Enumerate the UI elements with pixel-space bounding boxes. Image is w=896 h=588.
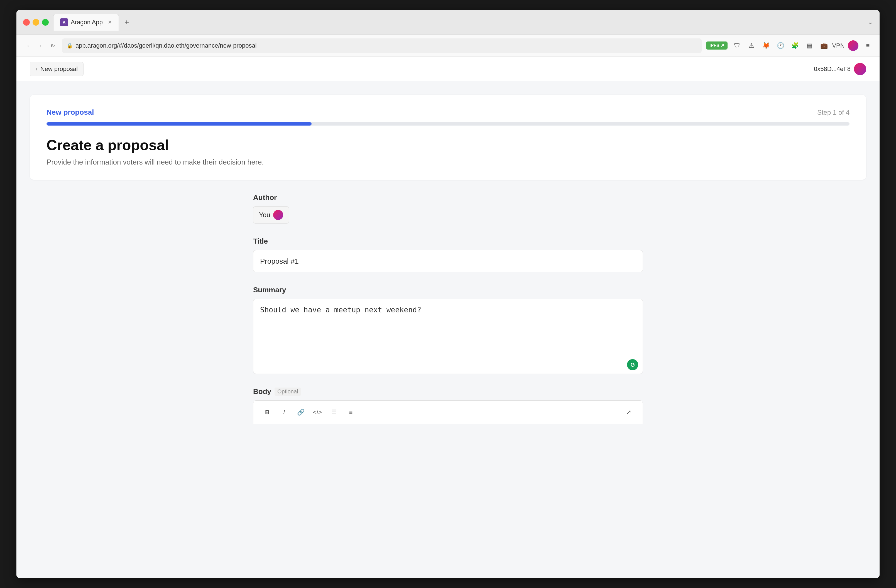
sidebar-extension-icon[interactable]: ▤: [805, 41, 814, 51]
body-section: Body Optional B I 🔗 </>: [253, 387, 643, 424]
unordered-list-icon: ≡: [349, 409, 353, 416]
nav-bar: ‹ › ↻ 🔒 app.aragon.org/#/daos/goerli/qn.…: [17, 35, 879, 57]
grammarly-icon: G: [627, 359, 638, 370]
vpn-extension-icon[interactable]: VPN: [834, 41, 843, 51]
browser-menu-btn[interactable]: ≡: [863, 41, 873, 51]
shield-extension-icon[interactable]: 🛡: [732, 41, 742, 51]
address-bar[interactable]: 🔒 app.aragon.org/#/daos/goerli/qn.dao.et…: [62, 38, 702, 53]
author-section: Author You: [253, 193, 643, 224]
tab-close-icon[interactable]: ✕: [108, 19, 112, 25]
step-label: Step 1 of 4: [817, 108, 849, 116]
tab-favicon: A: [60, 18, 68, 26]
alert-extension-icon[interactable]: ⚠: [747, 41, 756, 51]
author-chip: You: [253, 206, 289, 224]
page-title: Create a proposal: [47, 137, 849, 154]
ordered-list-button[interactable]: ☰: [327, 405, 341, 420]
expand-button[interactable]: ⤢: [622, 405, 636, 420]
main-content: New proposal Step 1 of 4 Create a propos…: [17, 81, 879, 578]
back-button-label: New proposal: [40, 66, 78, 73]
link-button[interactable]: 🔗: [294, 405, 308, 420]
forward-nav-button[interactable]: ›: [35, 41, 46, 51]
maximize-button[interactable]: [42, 19, 49, 26]
title-bar: A Aragon App ✕ + ⌄: [17, 10, 879, 35]
author-name: You: [259, 211, 270, 219]
close-button[interactable]: [23, 19, 30, 26]
textarea-footer: G: [253, 356, 643, 374]
back-nav-button[interactable]: ‹: [23, 41, 33, 51]
url-text: app.aragon.org/#/daos/goerli/qn.dao.eth/…: [75, 42, 257, 49]
bold-icon: B: [265, 409, 270, 416]
page-header: ‹ New proposal 0x58D...4eF8: [17, 57, 879, 81]
traffic-lights: [23, 19, 49, 26]
progress-title: New proposal: [47, 108, 94, 117]
code-icon: </>: [313, 409, 322, 416]
italic-icon: I: [283, 409, 285, 416]
browser-avatar[interactable]: [848, 40, 858, 51]
bold-button[interactable]: B: [260, 405, 274, 420]
progress-bar-fill: [47, 122, 312, 126]
wallet-avatar[interactable]: [854, 63, 866, 75]
ipfs-badge[interactable]: IPFS ↗: [706, 41, 728, 50]
optional-badge: Optional: [274, 388, 301, 396]
tab-title: Aragon App: [71, 19, 103, 26]
body-label: Body Optional: [253, 387, 643, 396]
browser-controls: ⌄: [868, 19, 873, 26]
title-input[interactable]: [253, 250, 643, 272]
wallet-address: 0x58D...4eF8: [814, 66, 850, 73]
minimize-button[interactable]: [33, 19, 39, 26]
puzzle-extension-icon[interactable]: 🧩: [790, 41, 800, 51]
progress-card: New proposal Step 1 of 4 Create a propos…: [30, 94, 866, 180]
back-arrow-icon: ‹: [36, 66, 38, 72]
ipfs-label: IPFS ↗: [709, 43, 724, 48]
italic-button[interactable]: I: [277, 405, 291, 420]
author-label: Author: [253, 193, 643, 202]
clock-extension-icon[interactable]: 🕐: [776, 41, 785, 51]
back-button[interactable]: ‹ New proposal: [30, 62, 84, 76]
wallet-extension-icon[interactable]: 💼: [819, 41, 829, 51]
summary-input[interactable]: Should we have a meetup next weekend?: [253, 299, 643, 355]
progress-header: New proposal Step 1 of 4: [47, 108, 849, 117]
proposal-form: Author You Title Summary Should we have …: [253, 193, 643, 424]
unordered-list-button[interactable]: ≡: [344, 405, 358, 420]
body-editor-toolbar: B I 🔗 </> ☰ ≡: [253, 401, 643, 424]
lock-icon: 🔒: [67, 43, 73, 49]
code-button[interactable]: </>: [310, 405, 325, 420]
tab-bar: A Aragon App ✕ +: [53, 14, 863, 30]
title-label: Title: [253, 237, 643, 245]
link-icon: 🔗: [297, 409, 305, 416]
fox-extension-icon[interactable]: 🦊: [761, 41, 771, 51]
summary-label: Summary: [253, 286, 643, 294]
author-avatar: [273, 210, 283, 220]
wallet-info: 0x58D...4eF8: [814, 63, 866, 75]
active-tab[interactable]: A Aragon App ✕: [53, 14, 119, 30]
new-tab-button[interactable]: +: [121, 15, 132, 29]
expand-icon: ⤢: [626, 409, 631, 416]
browser-menu-icon[interactable]: ⌄: [868, 19, 873, 26]
summary-section: Summary Should we have a meetup next wee…: [253, 286, 643, 374]
title-section: Title: [253, 237, 643, 272]
progress-bar-background: [47, 122, 849, 126]
page-subtitle: Provide the information voters will need…: [47, 158, 849, 166]
browser-extensions: IPFS ↗ 🛡 ⚠ 🦊 🕐 🧩 ▤ 💼 VPN ≡: [706, 40, 873, 51]
summary-textarea-wrapper: Should we have a meetup next weekend? G: [253, 299, 643, 374]
nav-arrows: ‹ › ↻: [23, 41, 58, 51]
ordered-list-icon: ☰: [331, 409, 337, 416]
refresh-button[interactable]: ↻: [47, 41, 58, 51]
